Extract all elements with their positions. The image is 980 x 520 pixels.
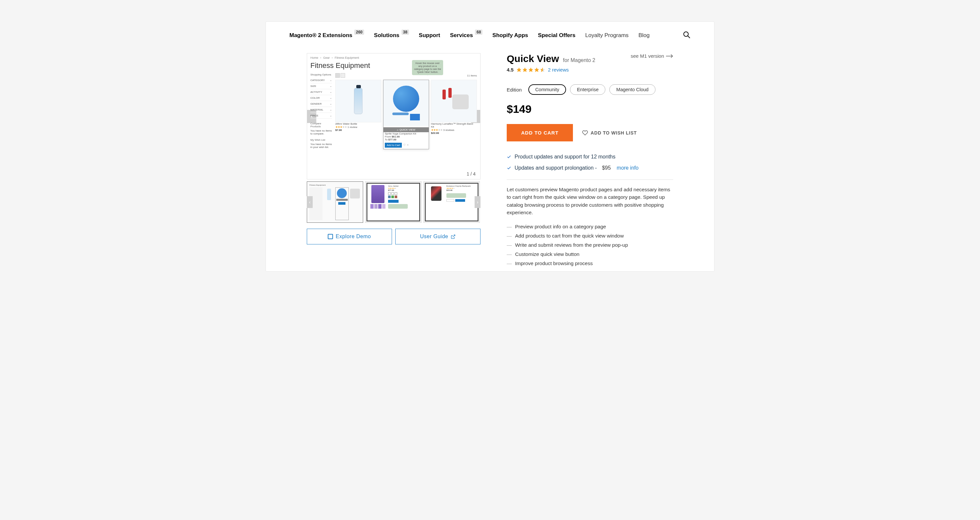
- star-rating: [516, 67, 546, 72]
- svg-line-1: [688, 36, 690, 38]
- checkbox-icon: [328, 234, 333, 239]
- edition-row: Edition Community Enterprise Magento Clo…: [507, 84, 673, 95]
- svg-marker-8: [540, 67, 545, 72]
- shopping-options-header: Shopping Options: [310, 73, 332, 76]
- hint-tooltip: Hover the mouse over any product on a ca…: [412, 60, 443, 75]
- bullet-item: Improve product browsing process: [507, 259, 673, 268]
- arrow-right-icon: [666, 54, 673, 58]
- external-link-icon: [451, 234, 456, 239]
- prolongation-price: $95: [602, 165, 611, 171]
- nav-solutions[interactable]: Solutions 38: [374, 32, 409, 39]
- user-guide-button[interactable]: User Guide: [395, 229, 480, 244]
- toolbar: 11 items: [335, 73, 477, 78]
- svg-point-0: [684, 32, 688, 37]
- star-half-icon: [540, 67, 546, 72]
- demo-buttons: Explore Demo User Guide: [307, 229, 480, 244]
- explore-demo-button[interactable]: Explore Demo: [307, 229, 392, 244]
- grid-view-icon: [335, 73, 340, 78]
- thumbs-next[interactable]: ›: [475, 196, 480, 208]
- bullet-item: Write and submit reviews from the previe…: [507, 241, 673, 250]
- nav-special-offers[interactable]: Special Offers: [538, 32, 575, 39]
- bullet-item: Customize quick view button: [507, 250, 673, 259]
- more-info-link[interactable]: more info: [617, 165, 639, 171]
- m1-version-link[interactable]: see M1 version: [631, 53, 673, 59]
- add-to-cart-button[interactable]: ADD TO CART: [507, 124, 573, 141]
- add-to-wishlist-link[interactable]: ADD TO WISH LIST: [582, 130, 637, 136]
- wishlist-text: You have no items in your wish list.: [310, 143, 332, 148]
- search-icon: ⌕: [397, 128, 399, 131]
- heart-icon: [582, 130, 588, 136]
- nav-blog[interactable]: Blog: [638, 32, 650, 39]
- left-column: ‹ › 1 / 4 Home› Gear› Fitness Equipment …: [307, 53, 480, 268]
- bullet-list: Preview product info on a category page …: [507, 222, 673, 268]
- nav-label: Services: [450, 32, 473, 39]
- edition-label: Edition: [507, 87, 522, 93]
- nav-loyalty[interactable]: Loyalty Programs: [585, 32, 628, 39]
- thumbnail[interactable]: Juno Jacket ★★★★★ $77.00: [365, 182, 422, 223]
- product-subtitle: for Magento 2: [563, 57, 595, 63]
- product-name: Affirm Water Bottle: [335, 122, 381, 125]
- list-view-icon: [340, 73, 345, 78]
- thumbnail[interactable]: Fitness Equipment: [307, 182, 363, 223]
- filter-gender: GENDER: [310, 101, 332, 107]
- edition-community[interactable]: Community: [528, 84, 566, 95]
- feature-item: Updates and support prolongation - $95 m…: [507, 163, 673, 174]
- thumbs-prev[interactable]: ‹: [307, 196, 313, 208]
- price: $149: [507, 103, 673, 115]
- quick-view-button: ⌕QUICK VIEW: [383, 127, 429, 132]
- compare-icon: ⫞: [407, 144, 408, 146]
- edition-enterprise[interactable]: Enterprise: [570, 84, 605, 95]
- item-count: 11 items: [467, 74, 477, 77]
- nav-label: Solutions: [374, 32, 399, 39]
- rating-value: 4.5: [507, 67, 514, 72]
- svg-marker-4: [517, 67, 521, 72]
- wishlist-label: ADD TO WISH LIST: [590, 130, 637, 136]
- nav-badge: 260: [354, 30, 364, 35]
- bullet-item: Preview product info on a category page: [507, 222, 673, 231]
- thumbnail-strip: ‹ › Fitness Equipment: [307, 182, 480, 223]
- filter-price: PRICE: [310, 113, 332, 119]
- content: ‹ › 1 / 4 Home› Gear› Fitness Equipment …: [266, 49, 714, 271]
- product-price: $22.00: [431, 132, 477, 134]
- nav-label: Special Offers: [538, 32, 575, 39]
- review-count: 1 review: [347, 126, 357, 129]
- check-icon: [507, 155, 511, 159]
- nav-badge: 38: [401, 30, 409, 35]
- bullet-item: Add products to cart from the quick view…: [507, 231, 673, 241]
- top-nav: Magento® 2 Extensions 260 Solutions 38 S…: [266, 22, 714, 49]
- filter-category: CATEGORY: [310, 77, 332, 83]
- gallery-screenshot: Home› Gear› Fitness Equipment Fitness Eq…: [307, 53, 480, 179]
- thumbnail[interactable]: Endeavor Daytrip Backpack ★★★★★ $33.00: [423, 182, 480, 223]
- star-icon: [528, 67, 534, 72]
- breadcrumb: Home› Gear› Fitness Equipment: [310, 56, 477, 59]
- compare-header: Compare Products: [310, 122, 332, 128]
- nav-label: Loyalty Programs: [585, 32, 628, 39]
- page-container: Magento® 2 Extensions 260 Solutions 38 S…: [266, 21, 714, 272]
- product-name: Sprite Yoga Companion Kit: [385, 132, 427, 135]
- search-icon[interactable]: [683, 31, 690, 40]
- product-card: Affirm Water Bottle ★★★★★ 1 review $7.00: [335, 80, 381, 149]
- nav-services[interactable]: Services 68: [450, 32, 482, 39]
- button-label: Explore Demo: [336, 234, 371, 239]
- nav-support[interactable]: Support: [419, 32, 440, 39]
- star-icon: [516, 67, 522, 72]
- gallery-main: ‹ › 1 / 4 Home› Gear› Fitness Equipment …: [307, 53, 480, 179]
- product-description: Let customers preview Magento product pa…: [507, 186, 673, 216]
- nav-m2-extensions[interactable]: Magento® 2 Extensions 260: [290, 32, 364, 39]
- svg-marker-6: [528, 67, 533, 72]
- wishlist-header: My Wish List: [310, 139, 332, 141]
- filter-activity: ACTIVITY: [310, 89, 332, 95]
- nav-shopify-apps[interactable]: Shopify Apps: [492, 32, 528, 39]
- add-to-cart-button: Add to Cart: [385, 143, 402, 148]
- reviews-link[interactable]: 2 reviews: [548, 67, 569, 72]
- edition-magento-cloud[interactable]: Magento Cloud: [609, 84, 655, 95]
- svg-marker-5: [522, 67, 527, 72]
- nav-label: Support: [419, 32, 440, 39]
- nav-label: Magento® 2 Extensions: [290, 32, 352, 39]
- nav-badge: 68: [475, 30, 482, 35]
- svg-marker-7: [534, 67, 539, 72]
- heart-icon: ♡: [403, 144, 406, 147]
- product-card-hover: ⌕QUICK VIEW Sprite Yoga Companion Kit Fr…: [383, 80, 429, 149]
- product-title: Quick View: [507, 53, 559, 64]
- filter-material: MATERIAL: [310, 107, 332, 113]
